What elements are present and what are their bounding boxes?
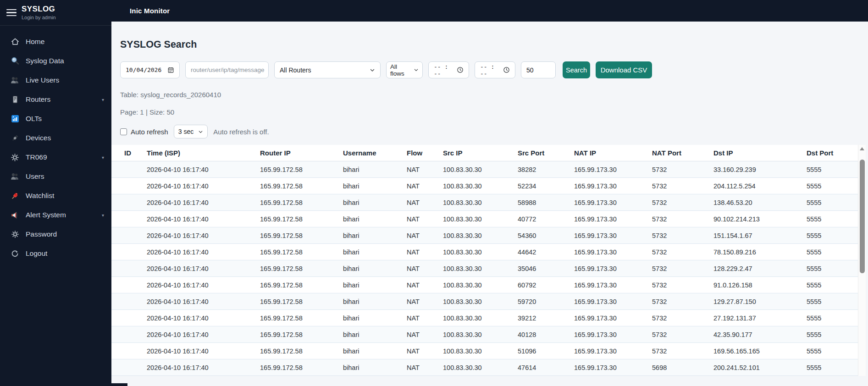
router-select[interactable]: All Routers xyxy=(274,61,381,78)
date-input[interactable]: 10/04/2026 xyxy=(120,61,180,78)
table-cell: 165.99.173.30 xyxy=(574,359,652,376)
chevron-down-icon: ▾ xyxy=(102,213,104,218)
table-cell: 100.83.30.30 xyxy=(443,161,518,178)
brand-title: SYSLOG xyxy=(22,5,56,14)
column-header: NAT IP xyxy=(574,145,652,161)
table-cell: 44642 xyxy=(518,244,574,260)
table-cell: bihari xyxy=(343,343,407,359)
table-cell: bihari xyxy=(343,178,407,194)
sidebar-item-password[interactable]: Password xyxy=(0,225,111,244)
table-cell: 165.99.173.30 xyxy=(574,244,652,260)
column-header: ID xyxy=(111,145,147,161)
table-cell: NAT xyxy=(407,178,443,194)
sidebar-item-users[interactable]: Users xyxy=(0,167,111,186)
sidebar-item-live-users[interactable]: Live Users xyxy=(0,71,111,90)
table-cell: NAT xyxy=(407,161,443,178)
search-button[interactable]: Search xyxy=(563,61,590,78)
table-cell: 165.99.173.30 xyxy=(574,326,652,343)
scrollbar-thumb[interactable] xyxy=(860,160,865,273)
sidebar-item-label: Password xyxy=(26,230,57,238)
table-cell: 165.99.172.58 xyxy=(260,211,343,227)
table-cell: 2026-04-10 16:17:40 xyxy=(147,310,260,326)
table-cell: 5555 xyxy=(807,310,858,326)
sidebar-item-label: Live Users xyxy=(26,76,59,84)
scrollbar-up-arrow-icon[interactable] xyxy=(860,147,864,150)
column-header: Username xyxy=(343,145,407,161)
table-cell: 2026-04-10 16:17:40 xyxy=(147,260,260,277)
pin-icon xyxy=(10,191,20,201)
sidebar-item-syslog-data[interactable]: Syslog Data xyxy=(0,51,111,71)
limit-input[interactable]: 50 xyxy=(521,61,556,78)
vertical-scrollbar[interactable] xyxy=(858,145,866,376)
table-cell: 169.56.165.165 xyxy=(713,343,807,359)
table-cell: 100.83.30.30 xyxy=(443,211,518,227)
sidebar-item-alert-system[interactable]: Alert System ▾ xyxy=(0,205,111,225)
sidebar-item-watchlist[interactable]: Watchlist xyxy=(0,186,111,205)
table-cell: 165.99.172.58 xyxy=(260,293,343,310)
table-cell: 40128 xyxy=(518,326,574,343)
interval-value: 3 sec xyxy=(178,128,194,135)
table-cell: 100.83.30.30 xyxy=(443,310,518,326)
table-cell: bihari xyxy=(343,161,407,178)
time-from-input[interactable]: -- : -- xyxy=(428,61,469,78)
sidebar-item-routers[interactable]: Routers ▾ xyxy=(0,90,111,109)
flow-select-value: All flows xyxy=(390,63,412,77)
table-cell xyxy=(111,277,147,293)
table-cell: 165.99.172.58 xyxy=(260,310,343,326)
clock-icon[interactable] xyxy=(457,66,464,73)
table-cell: 165.99.172.58 xyxy=(260,227,343,244)
table-row: 2026-04-10 16:17:40165.99.172.58bihariNA… xyxy=(111,211,858,227)
table-cell: 100.83.30.30 xyxy=(443,244,518,260)
table-cell: 165.99.173.30 xyxy=(574,194,652,211)
sidebar-item-logout[interactable]: Logout xyxy=(0,244,111,263)
query-placeholder: router/user/ip/tag/message xyxy=(191,66,265,73)
table-row: 2026-04-10 16:17:40165.99.172.58bihariNA… xyxy=(111,244,858,260)
table-cell: 38282 xyxy=(518,161,574,178)
table-cell: NAT xyxy=(407,326,443,343)
server-icon xyxy=(10,95,20,105)
table-cell xyxy=(111,326,147,343)
table-cell: bihari xyxy=(343,277,407,293)
table-body: 2026-04-10 16:17:40165.99.172.58bihariNA… xyxy=(111,161,858,376)
table-cell: 2026-04-10 16:17:40 xyxy=(147,194,260,211)
menu-toggle-icon[interactable] xyxy=(6,9,17,17)
sidebar-item-devices[interactable]: Devices xyxy=(0,128,111,148)
table-cell: bihari xyxy=(343,227,407,244)
download-csv-button[interactable]: Download CSV xyxy=(596,61,652,78)
topbar-title: Inic Monitor xyxy=(130,7,170,15)
sidebar-item-olts[interactable]: OLTs xyxy=(0,109,111,128)
time-to-input[interactable]: -- : -- xyxy=(475,61,515,78)
table-cell: 165.99.172.58 xyxy=(260,244,343,260)
search-form: 10/04/2026 router/user/ip/tag/message Al… xyxy=(120,61,868,78)
table-cell: 2026-04-10 16:17:40 xyxy=(147,277,260,293)
table-cell: NAT xyxy=(407,343,443,359)
table-row: 2026-04-10 16:17:40165.99.172.58bihariNA… xyxy=(111,359,858,376)
sidebar-item-label: Routers xyxy=(26,95,50,104)
calendar-icon[interactable] xyxy=(167,66,174,73)
users-icon xyxy=(10,172,20,182)
topbar: Inic Monitor xyxy=(111,0,868,22)
table-cell: 58988 xyxy=(518,194,574,211)
table-cell: 5732 xyxy=(652,227,713,244)
table-row: 2026-04-10 16:17:40165.99.172.58bihariNA… xyxy=(111,310,858,326)
sidebar-item-tr069[interactable]: TR069 ▾ xyxy=(0,148,111,167)
table-cell: NAT xyxy=(407,211,443,227)
table-cell: 5732 xyxy=(652,326,713,343)
table-cell: 165.99.172.58 xyxy=(260,277,343,293)
flow-select[interactable]: All flows xyxy=(386,61,423,78)
table-cell: 90.102.214.213 xyxy=(713,211,807,227)
sidebar-item-label: Users xyxy=(26,172,44,181)
table-cell: 165.99.172.58 xyxy=(260,260,343,277)
table-cell: 128.229.2.47 xyxy=(713,260,807,277)
sidebar-item-home[interactable]: Home xyxy=(0,32,111,51)
sidebar-item-label: Devices xyxy=(26,134,51,142)
table-cell xyxy=(111,211,147,227)
table-header-row: IDTime (ISP)Router IPUsernameFlowSrc IPS… xyxy=(111,145,858,161)
query-input[interactable]: router/user/ip/tag/message xyxy=(185,61,269,78)
interval-select[interactable]: 3 sec xyxy=(174,125,208,138)
table-cell xyxy=(111,293,147,310)
sidebar-item-label: OLTs xyxy=(26,115,42,123)
table-cell: 39212 xyxy=(518,310,574,326)
clock-icon[interactable] xyxy=(503,66,510,73)
auto-refresh-checkbox[interactable] xyxy=(120,128,127,135)
